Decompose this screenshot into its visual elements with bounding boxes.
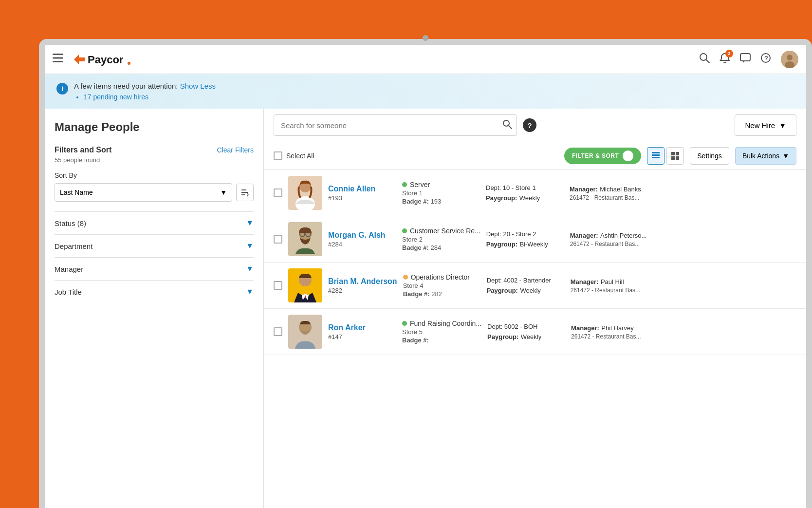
grid-view-button[interactable] (666, 147, 684, 165)
filter-sort-toggle[interactable]: FILTER & SORT (564, 148, 641, 164)
dept-info: Dept: 20 - Store 2 Paygroup: Bi-Weekly (486, 230, 564, 248)
list-view-button[interactable] (647, 147, 664, 165)
employee-name[interactable]: Connie Allen (328, 185, 396, 193)
bulk-actions-chevron-icon: ▼ (782, 152, 789, 160)
status-chevron-icon: ▼ (246, 219, 254, 227)
employee-id: #282 (328, 287, 397, 294)
dept-text: Dept: 20 - Store 2 (486, 230, 564, 238)
svg-rect-25 (676, 156, 679, 160)
table-row: Morgan G. Alsh #284 Customer Service Re.… (264, 216, 806, 263)
clear-filters-button[interactable]: Clear Filters (217, 146, 254, 154)
alert-info-icon: i (56, 83, 68, 94)
manager-filter-section[interactable]: Manager ▼ (55, 257, 254, 280)
user-avatar[interactable] (781, 51, 798, 68)
jobtitle-filter-section[interactable]: Job Title ▼ (55, 280, 254, 303)
department-filter-section[interactable]: Department ▼ (55, 234, 254, 257)
table-row: Connie Allen #193 Server Store 1 (264, 170, 806, 216)
employee-checkbox[interactable] (274, 327, 282, 336)
settings-button[interactable]: Settings (690, 147, 729, 165)
svg-rect-8 (740, 54, 750, 61)
alert-message: A few items need your attention: (74, 82, 178, 90)
manager-name: Phil Harvey (601, 324, 633, 332)
paygroup-label: Paygroup: (486, 194, 517, 202)
employee-photo (288, 176, 322, 210)
svg-line-18 (509, 126, 512, 129)
employee-photo (288, 315, 322, 349)
manager-chevron-icon: ▼ (246, 264, 254, 273)
manager-info: Manager: Ashtin Peterso... 261472 - Rest… (570, 231, 658, 247)
paygroup-label: Paygroup: (487, 333, 518, 340)
badge-number: 193 (431, 198, 442, 205)
search-help-icon[interactable]: ? (523, 118, 536, 132)
sort-order-button[interactable] (236, 184, 254, 201)
badge-info: Badge #: (402, 337, 481, 344)
svg-line-35 (311, 234, 312, 234)
people-count: 55 people found (55, 156, 254, 164)
employee-role: Operations Director Store 4 Badge #: 282 (403, 273, 481, 298)
dept-text: Dept: 5002 - BOH (487, 323, 565, 330)
manager-label: Manager: (571, 324, 599, 332)
sort-dropdown[interactable]: Last Name ▼ (55, 183, 232, 202)
bulk-actions-button[interactable]: Bulk Actions ▼ (735, 147, 796, 165)
employee-id: #284 (328, 241, 396, 248)
employee-name[interactable]: Brian M. Anderson (328, 277, 397, 286)
hamburger-menu-icon[interactable] (53, 54, 63, 65)
status-filter-section[interactable]: Status (8) ▼ (55, 211, 254, 234)
svg-rect-22 (671, 152, 675, 155)
status-indicator (402, 182, 407, 187)
help-icon[interactable]: ? (760, 53, 771, 66)
search-header-icon[interactable] (699, 53, 710, 66)
employee-role: Fund Raising Coordin... Store 5 Badge #: (402, 320, 481, 344)
select-all-label: Select All (286, 152, 314, 160)
select-all-checkbox[interactable] (274, 151, 282, 160)
toggle-circle (623, 151, 633, 161)
search-submit-icon[interactable] (502, 119, 512, 132)
chat-icon[interactable] (740, 53, 751, 66)
list-toolbar: Select All FILTER & SORT (264, 142, 806, 170)
dept-info: Dept: 10 - Store 1 Paygroup: Weekly (486, 184, 564, 202)
employee-checkbox[interactable] (274, 281, 282, 290)
manager-id: 261472 - Restaurant Bas... (571, 333, 659, 340)
employee-info: Brian M. Anderson #282 (328, 277, 397, 294)
employee-photo (288, 268, 322, 302)
new-hire-button[interactable]: New Hire ▼ (735, 114, 796, 136)
employee-name[interactable]: Morgan G. Alsh (328, 231, 396, 240)
manager-name: Ashtin Peterso... (600, 232, 646, 239)
svg-rect-23 (676, 152, 679, 155)
app-header: Paycor (45, 45, 806, 74)
manager-filter-label: Manager (55, 265, 83, 273)
sort-label: Sort By (55, 171, 254, 179)
employee-role: Customer Service Re... Store 2 Badge #: … (402, 227, 480, 251)
sort-chevron-icon: ▼ (220, 188, 227, 196)
svg-text:?: ? (764, 55, 768, 62)
alert-item-new-hires[interactable]: 17 pending new hires (84, 93, 216, 101)
alert-banner: i A few items need your attention: Show … (45, 74, 806, 109)
svg-rect-0 (53, 54, 63, 55)
search-input[interactable] (274, 114, 517, 136)
employee-name[interactable]: Ron Arker (328, 323, 396, 332)
employee-checkbox[interactable] (274, 235, 282, 244)
svg-line-7 (706, 60, 710, 63)
paygroup-value: Bi-Weekly (519, 241, 548, 248)
table-row: Ron Arker #147 Fund Raising Coordin... S… (264, 309, 806, 355)
role-title: Customer Service Re... (410, 227, 480, 235)
jobtitle-filter-label: Job Title (55, 288, 82, 296)
svg-rect-19 (652, 152, 660, 153)
department-chevron-icon: ▼ (246, 242, 254, 250)
paygroup-label: Paygroup: (486, 241, 517, 248)
employee-list: Connie Allen #193 Server Store 1 (264, 170, 806, 508)
paygroup-value: Weekly (521, 333, 541, 340)
status-filter-label: Status (8) (55, 219, 86, 227)
dept-text: Dept: 10 - Store 1 (486, 184, 564, 191)
svg-rect-1 (53, 57, 63, 59)
notification-icon[interactable]: 2 (720, 53, 730, 66)
department-filter-label: Department (55, 242, 92, 250)
status-indicator (402, 228, 407, 233)
new-hire-label: New Hire (745, 121, 775, 130)
search-toolbar: ? New Hire ▼ (264, 109, 806, 142)
sidebar: Manage People Filters and Sort Clear Fil… (45, 109, 264, 508)
paycor-logo: Paycor (71, 51, 134, 68)
notification-badge: 2 (725, 50, 733, 57)
employee-checkbox[interactable] (274, 188, 282, 197)
show-less-link[interactable]: Show Less (180, 82, 216, 90)
